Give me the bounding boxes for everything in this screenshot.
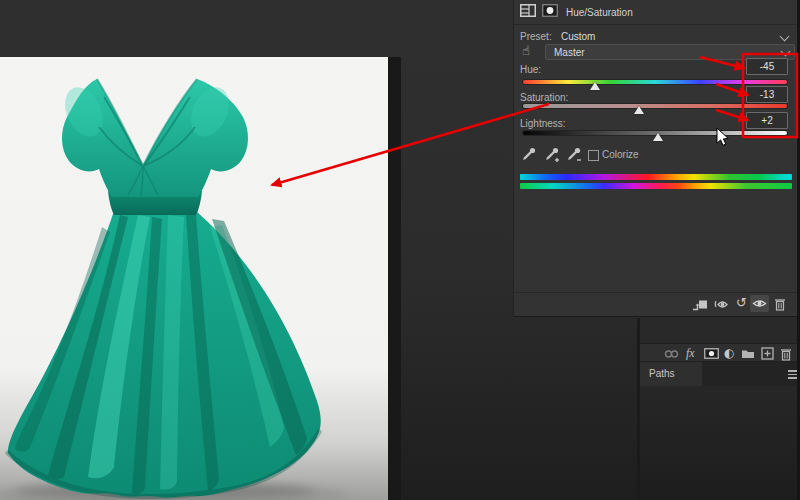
panel-menu-icon[interactable] <box>788 370 797 379</box>
photoshop-workspace: Hue/Saturation Preset: Custom ☝ Master H… <box>0 0 800 500</box>
new-adjustment-layer-icon[interactable]: ◐ <box>724 347 734 359</box>
visibility-toggle-button[interactable] <box>750 295 769 312</box>
chevron-down-icon <box>781 47 791 57</box>
lightness-slider-thumb[interactable] <box>653 133 663 141</box>
link-layers-icon[interactable] <box>664 350 679 358</box>
mask-tab-icon[interactable] <box>542 4 558 17</box>
hue-ramp-output <box>520 183 792 189</box>
view-previous-state-icon[interactable] <box>714 298 731 311</box>
saturation-label: Saturation: <box>520 92 568 103</box>
saturation-slider-thumb[interactable] <box>634 106 644 114</box>
paths-tab-label: Paths <box>649 368 675 379</box>
canvas-pasteboard-strip <box>388 57 401 500</box>
properties-footer-bar: ↺ <box>514 292 798 317</box>
preset-label: Preset: <box>520 31 552 42</box>
document-canvas[interactable] <box>0 57 388 500</box>
hue-slider-thumb[interactable] <box>590 82 600 90</box>
lightness-slider-track[interactable] <box>523 131 787 135</box>
hue-value-input[interactable]: -45 <box>746 58 788 75</box>
chevron-down-icon[interactable] <box>780 32 790 42</box>
add-layer-mask-icon[interactable] <box>704 348 719 359</box>
saturation-slider-track[interactable] <box>523 104 787 108</box>
new-layer-icon[interactable] <box>761 347 774 360</box>
clip-to-layer-icon[interactable] <box>692 299 708 311</box>
divider <box>514 24 798 25</box>
paths-panel-header: Paths <box>640 362 800 386</box>
eyedropper-icon[interactable] <box>521 146 537 162</box>
eyedropper-minus-icon[interactable] <box>566 146 582 162</box>
panel-title: Hue/Saturation <box>566 7 633 18</box>
properties-panel: Hue/Saturation Preset: Custom ☝ Master H… <box>513 0 797 317</box>
dress-image <box>0 57 388 500</box>
on-image-adjustment-tool-icon[interactable]: ☝ <box>522 44 530 57</box>
reset-adjustment-icon[interactable]: ↺ <box>736 296 747 309</box>
eye-icon <box>752 298 767 309</box>
hue-label: Hue: <box>520 64 541 75</box>
colorize-label: Colorize <box>602 149 639 160</box>
new-group-folder-icon[interactable] <box>741 348 755 359</box>
eyedropper-plus-icon[interactable] <box>544 146 560 162</box>
delete-layer-icon[interactable] <box>780 347 792 361</box>
colorize-checkbox[interactable] <box>588 150 599 161</box>
layers-paths-panel-group: fx ◐ Paths <box>637 318 800 500</box>
layers-panel-button-bar: fx ◐ <box>640 343 800 362</box>
tab-paths[interactable]: Paths <box>640 362 702 386</box>
paths-panel-content <box>640 386 800 500</box>
delete-adjustment-icon[interactable] <box>774 297 786 311</box>
lightness-value-input[interactable]: +2 <box>746 112 788 129</box>
lightness-label: Lightness: <box>520 118 566 129</box>
layer-style-fx-button[interactable]: fx <box>686 346 695 361</box>
saturation-value-input[interactable]: -13 <box>746 86 788 103</box>
hue-ramp-input <box>520 174 792 180</box>
hue-slider-track[interactable] <box>523 80 787 84</box>
channel-value: Master <box>554 47 585 58</box>
preset-dropdown[interactable]: Custom <box>561 31 595 42</box>
adjustment-controls-tab-icon[interactable] <box>520 4 536 17</box>
